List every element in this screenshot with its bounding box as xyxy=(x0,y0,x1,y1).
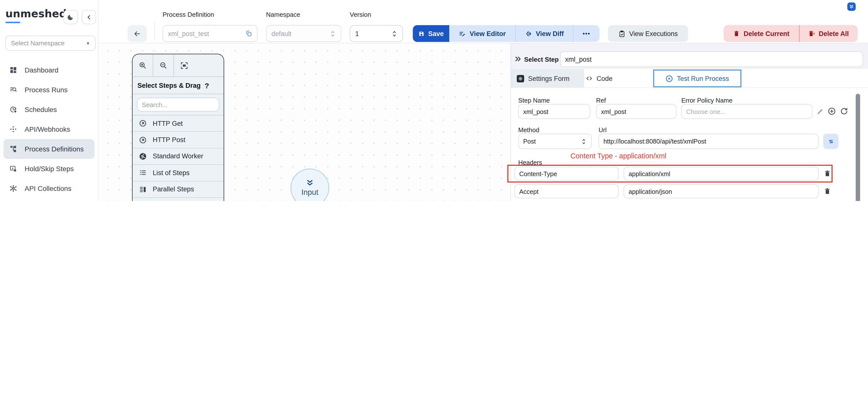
sidebar-item-label: Schedules xyxy=(25,106,57,113)
gear-icon xyxy=(517,75,524,82)
select-step-value: xml_post xyxy=(565,56,592,63)
step-type-label: List of Steps xyxy=(153,169,190,177)
url-input[interactable]: http://localhost:8080/api/test/xmlPost xyxy=(598,134,819,149)
input-node[interactable]: Input xyxy=(291,169,329,201)
theme-toggle-button[interactable] xyxy=(64,10,78,24)
copy-icon[interactable] xyxy=(245,30,252,37)
view-executions-label: View Executions xyxy=(629,30,678,37)
error-policy-placeholder: Choose one... xyxy=(686,108,725,115)
pencil-icon[interactable] xyxy=(816,108,824,115)
sidebar-item-label: Process Runs xyxy=(25,86,67,94)
namespace-label: Namespace xyxy=(266,11,300,18)
tab-code-label: Code xyxy=(596,75,613,82)
header-key-input[interactable]: Content-Type xyxy=(514,167,619,180)
dashboard-icon xyxy=(9,66,17,74)
view-executions-button[interactable]: View Executions xyxy=(608,25,688,42)
step-type-parallel-steps[interactable]: Parallel Steps xyxy=(132,181,224,198)
sidebar-collapse-button[interactable] xyxy=(82,10,96,24)
url-expand-button[interactable] xyxy=(823,134,838,149)
delete-all-label: Delete All xyxy=(819,30,849,37)
sidebar-item-api-collections[interactable]: API Collections xyxy=(0,178,98,198)
ref-input[interactable]: xml_post xyxy=(596,104,676,119)
chevron-left-icon xyxy=(86,13,92,21)
runs-icon xyxy=(9,86,17,94)
sidebar-item-global-step-definitions[interactable]: Global Step Definitions xyxy=(0,198,98,201)
header-value-input[interactable]: application/json xyxy=(624,184,819,198)
refresh-icon[interactable] xyxy=(840,107,848,115)
step-name-input[interactable]: xml_post xyxy=(518,104,590,119)
fit-view-button[interactable] xyxy=(174,54,194,77)
namespace-value-select[interactable]: default xyxy=(266,25,341,42)
save-button[interactable]: Save xyxy=(413,25,449,42)
sort-up-down-icon xyxy=(827,138,834,145)
annotation-content-type: Content Type - application/xml xyxy=(570,152,666,160)
select-step-input[interactable]: xml_post xyxy=(560,51,863,67)
sidebar-item-process-definitions[interactable]: Process Definitions xyxy=(3,139,95,159)
select-chevrons-icon xyxy=(581,138,587,145)
url-value: http://localhost:8080/api/test/xmlPost xyxy=(603,138,706,145)
tab-test-run-process[interactable]: Test Run Process xyxy=(653,69,741,87)
namespace-select[interactable]: Select Namespace ▼ xyxy=(5,35,96,51)
select-chevrons-icon xyxy=(330,30,336,37)
sidebar-item-dashboard[interactable]: Dashboard xyxy=(0,60,98,80)
sidebar-nav: DashboardProcess RunsSchedulesAPI/Webhoo… xyxy=(0,60,98,201)
delete-current-button[interactable]: Delete Current xyxy=(724,25,799,42)
double-chevron-right-icon[interactable] xyxy=(514,55,522,63)
http-icon xyxy=(139,136,147,144)
help-icon[interactable]: ? xyxy=(205,81,209,89)
trash-icon xyxy=(733,30,740,37)
sidebar-item-hold-skip-steps[interactable]: Hold/Skip Steps xyxy=(0,159,98,178)
zoom-in-icon xyxy=(138,61,147,69)
tab-settings-form[interactable]: Settings Form xyxy=(511,69,584,88)
double-chevron-down-icon xyxy=(305,179,314,187)
header-value: application/xml xyxy=(628,170,670,177)
zoom-out-button[interactable] xyxy=(153,54,174,77)
sidebar: unmeshed Select Namespace ▼ DashboardPro… xyxy=(0,0,98,201)
select-step-label: Select Step xyxy=(524,56,559,63)
error-policy-input[interactable]: Choose one... xyxy=(681,104,812,119)
zoom-out-icon xyxy=(159,61,167,69)
step-type-list-of-steps[interactable]: List of Steps xyxy=(132,165,224,181)
more-actions-button[interactable]: ••• xyxy=(573,25,599,42)
version-stepper[interactable]: 1 xyxy=(350,25,403,42)
http-icon xyxy=(139,119,147,127)
delete-header-icon[interactable] xyxy=(824,170,831,177)
add-error-policy-icon[interactable] xyxy=(828,107,836,115)
zoom-in-button[interactable] xyxy=(132,54,153,77)
delete-header-icon[interactable] xyxy=(824,188,831,195)
delete-all-button[interactable]: Delete All xyxy=(799,25,858,42)
step-name-label: Step Name xyxy=(518,97,550,104)
edit-lines-icon xyxy=(459,30,466,37)
worker-icon xyxy=(139,152,147,160)
version-label: Version xyxy=(350,11,371,18)
sidebar-item-api-webhooks[interactable]: API/Webhooks xyxy=(0,119,98,139)
process-definition-input[interactable]: xml_post_test xyxy=(162,25,258,42)
inspector-scrollbar[interactable] xyxy=(856,94,860,201)
sidebar-item-label: Dashboard xyxy=(25,66,58,74)
trash-list-icon xyxy=(808,30,815,37)
header-key-input[interactable]: Accept xyxy=(514,184,619,198)
notification-badge[interactable] xyxy=(847,2,856,11)
step-type-label: Parallel Steps xyxy=(153,186,194,193)
step-type-http-post[interactable]: HTTP Post xyxy=(132,132,224,148)
steps-search-input[interactable] xyxy=(137,98,219,112)
back-button[interactable] xyxy=(128,25,147,42)
sidebar-item-process-runs[interactable]: Process Runs xyxy=(0,80,98,99)
header-key: Content-Type xyxy=(519,170,557,177)
view-editor-button[interactable]: View Editor xyxy=(449,25,515,42)
stepper-chevrons-icon xyxy=(391,30,398,37)
method-select[interactable]: Post xyxy=(518,134,592,149)
back-arrow-icon xyxy=(133,29,142,38)
tab-code[interactable]: Code xyxy=(578,69,661,88)
step-type-http-get[interactable]: HTTP Get xyxy=(132,115,224,132)
collections-icon xyxy=(9,184,17,192)
namespace-select-placeholder: Select Namespace xyxy=(11,39,65,47)
view-diff-button[interactable]: View Diff xyxy=(515,25,573,42)
workflow-canvas[interactable]: Select Steps & Drag ? HTTP GetHTTP PostS… xyxy=(98,44,510,201)
step-type-standard-worker[interactable]: Standard Worker xyxy=(132,148,224,165)
header-value-input[interactable]: application/xml xyxy=(624,167,819,180)
save-button-label: Save xyxy=(428,30,444,37)
sidebar-item-schedules[interactable]: Schedules xyxy=(0,99,98,119)
caret-down-icon: ▼ xyxy=(86,41,90,46)
step-type-script-python[interactable]: Script - Python xyxy=(132,198,224,201)
